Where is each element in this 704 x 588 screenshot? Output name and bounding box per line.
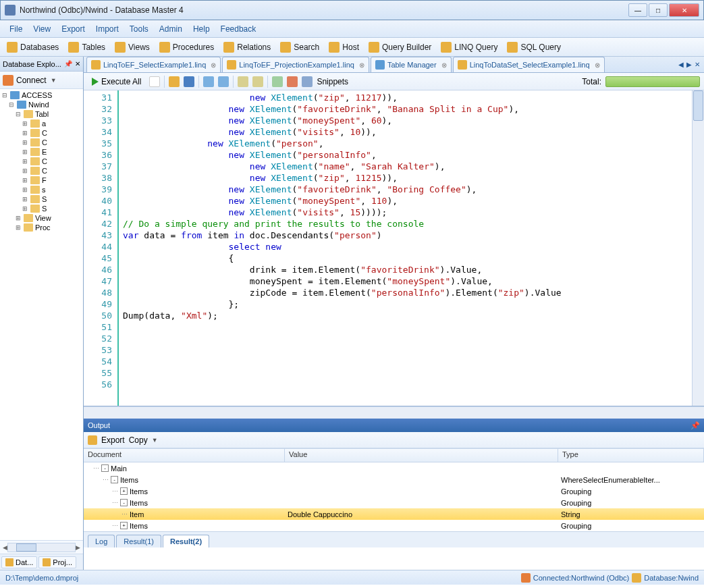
result-tab-result2[interactable]: Result(2): [163, 535, 209, 547]
code-editor[interactable]: 3132333435363738394041424344454647484950…: [84, 90, 704, 406]
panel-close-icon[interactable]: ✕: [75, 60, 80, 68]
tree-node[interactable]: ⊞E: [1, 147, 82, 157]
tree-node[interactable]: ⊞C: [1, 157, 82, 166]
menu-feedback[interactable]: Feedback: [215, 22, 262, 36]
tab-close-icon[interactable]: ⊗: [359, 61, 364, 69]
tree-toggle-icon[interactable]: ⊞: [15, 224, 22, 231]
new-icon[interactable]: [149, 76, 160, 87]
tool-sql-query[interactable]: SQL Query: [503, 41, 565, 54]
wand-icon[interactable]: [287, 76, 298, 87]
copy-icon[interactable]: [238, 76, 248, 87]
document-tab[interactable]: Table Manager⊗: [371, 57, 452, 72]
result-tab-log[interactable]: Log: [88, 535, 115, 547]
save-icon[interactable]: [184, 76, 194, 87]
tree-node[interactable]: ⊞View: [1, 213, 82, 223]
tree-toggle-icon[interactable]: ⊞: [22, 196, 28, 203]
paste-icon[interactable]: [252, 76, 263, 87]
tool-query-builder[interactable]: Query Builder: [364, 41, 435, 54]
tab-close-icon[interactable]: ⊗: [441, 61, 447, 69]
tool-views[interactable]: Views: [111, 41, 154, 54]
undo-icon[interactable]: [203, 76, 214, 87]
tree-toggle-icon[interactable]: ⊟: [15, 111, 22, 117]
open-icon[interactable]: [169, 76, 180, 87]
menu-file[interactable]: File: [4, 22, 28, 36]
document-tab[interactable]: LinqToEF_ProjectionExample1.linq⊗: [222, 57, 369, 72]
row-toggle-icon[interactable]: -: [120, 499, 128, 506]
col-value[interactable]: Value: [285, 449, 558, 462]
tool-procedures[interactable]: Procedures: [155, 41, 218, 54]
document-tab[interactable]: LinqToEF_SelectExample1.linq⊗: [86, 57, 221, 72]
editor-hscrollbar[interactable]: [84, 406, 704, 419]
maximize-button[interactable]: □: [649, 3, 668, 17]
menu-view[interactable]: View: [28, 22, 56, 36]
connect-button[interactable]: Connect: [16, 76, 47, 85]
tree-node[interactable]: ⊞C: [1, 138, 82, 147]
snippets-button[interactable]: Snippets: [317, 77, 348, 86]
tool-tables[interactable]: Tables: [64, 41, 109, 54]
redo-icon[interactable]: [218, 76, 229, 87]
tree-node[interactable]: ⊞s: [1, 185, 82, 194]
grid-row[interactable]: ⋯+ItemsGrouping: [84, 485, 704, 497]
tree-toggle-icon[interactable]: ⊞: [22, 149, 28, 155]
tab-close-icon[interactable]: ⊗: [211, 61, 216, 69]
copy-button[interactable]: Copy: [129, 435, 148, 445]
grid-body[interactable]: ⋯-Main⋯-ItemsWhereSelectEnumerableIter..…: [84, 462, 704, 531]
row-toggle-icon[interactable]: -: [101, 464, 109, 472]
tree-node[interactable]: ⊞S: [1, 194, 82, 204]
tree-node[interactable]: ⊞S: [1, 204, 82, 213]
tab-prev-icon[interactable]: ◀: [678, 61, 684, 68]
tree-node[interactable]: ⊞C: [1, 128, 82, 138]
tree-node[interactable]: ⊟Nwind: [1, 100, 82, 109]
panel-tab[interactable]: Dat...: [1, 556, 37, 568]
col-type[interactable]: Type: [558, 449, 704, 462]
grid-row[interactable]: ⋯-ItemsWhereSelectEnumerableIter...: [84, 474, 704, 485]
minimize-button[interactable]: —: [628, 3, 647, 17]
tool-host[interactable]: Host: [325, 41, 363, 54]
tab-next-icon[interactable]: ▶: [686, 61, 692, 68]
document-tab[interactable]: LinqToDataSet_SelectExample1.linq⊗: [453, 57, 605, 72]
copy-dropdown-icon[interactable]: ▼: [152, 437, 158, 444]
tab-close-all-icon[interactable]: ✕: [695, 61, 700, 68]
tab-close-icon[interactable]: ⊗: [595, 61, 600, 69]
close-button[interactable]: ✕: [669, 3, 699, 17]
row-toggle-icon[interactable]: -: [111, 476, 118, 483]
database-tree[interactable]: ⊟ACCESS⊟Nwind⊟Tabl⊞a⊞C⊞C⊞E⊞C⊞C⊞F⊞s⊞S⊞S⊞V…: [0, 89, 83, 540]
tool-search[interactable]: Search: [276, 41, 323, 54]
tree-toggle-icon[interactable]: ⊟: [8, 101, 15, 108]
connect-dropdown-icon[interactable]: ▼: [51, 77, 57, 84]
col-document[interactable]: Document: [84, 449, 285, 462]
menu-export[interactable]: Export: [56, 22, 90, 36]
menu-import[interactable]: Import: [90, 22, 124, 36]
pin-icon[interactable]: 📌: [64, 60, 72, 68]
tree-hscrollbar[interactable]: ◀ ▶: [0, 540, 83, 554]
menu-admin[interactable]: Admin: [154, 22, 188, 36]
result-tab-result1[interactable]: Result(1): [116, 535, 161, 547]
tree-node[interactable]: ⊟Tabl: [1, 109, 82, 119]
grid-row[interactable]: ⋯-Main: [84, 462, 704, 474]
tree-toggle-icon[interactable]: ⊟: [1, 92, 8, 99]
grid-row[interactable]: ⋯-ItemsGrouping: [84, 497, 704, 508]
code-content[interactable]: new XElement("zip", 11217)), new XElemen…: [119, 90, 704, 406]
grid-row[interactable]: ⋯+ItemsGrouping: [84, 520, 704, 531]
row-toggle-icon[interactable]: +: [120, 487, 128, 495]
tool-relations[interactable]: Relations: [219, 41, 275, 54]
tree-toggle-icon[interactable]: ⊞: [22, 158, 28, 165]
tree-node[interactable]: ⊞a: [1, 119, 82, 128]
tree-toggle-icon[interactable]: ⊞: [22, 167, 28, 174]
row-toggle-icon[interactable]: +: [120, 522, 128, 529]
tool-databases[interactable]: Databases: [3, 41, 63, 54]
panel-tab[interactable]: Proj...: [38, 556, 76, 568]
find-icon[interactable]: [302, 76, 313, 87]
tree-toggle-icon[interactable]: ⊞: [22, 130, 28, 136]
tree-node[interactable]: ⊞C: [1, 166, 82, 176]
menu-help[interactable]: Help: [188, 22, 215, 36]
tool-linq-query[interactable]: LINQ Query: [437, 41, 502, 54]
output-pin-icon[interactable]: 📌: [691, 421, 700, 430]
tree-node[interactable]: ⊞Proc: [1, 223, 82, 232]
tree-toggle-icon[interactable]: ⊞: [15, 215, 22, 221]
tree-node[interactable]: ⊟ACCESS: [1, 90, 82, 100]
execute-all-button[interactable]: Execute All: [88, 76, 145, 88]
tree-node[interactable]: ⊞F: [1, 176, 82, 185]
tree-toggle-icon[interactable]: ⊞: [22, 205, 28, 212]
tree-toggle-icon[interactable]: ⊞: [22, 186, 28, 193]
